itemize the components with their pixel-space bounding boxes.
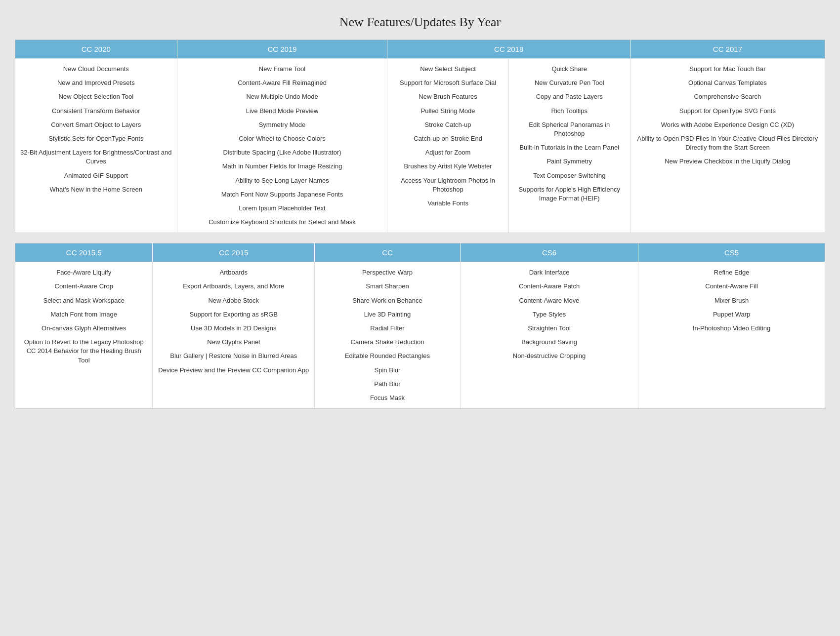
list-item: On-canvas Glyph Alternatives xyxy=(20,324,147,333)
top-header-cc2018: CC 2018 xyxy=(387,40,630,58)
list-item: Smart Sharpen xyxy=(320,282,455,291)
list-item: Stroke Catch-up xyxy=(391,120,504,129)
list-item: Radial Filter xyxy=(320,324,455,333)
top-table-data-row: New Cloud DocumentsNew and Improved Pres… xyxy=(15,58,825,233)
list-item: Access Your Lightroom Photos in Photosho… xyxy=(391,176,504,194)
list-item: Perspective Warp xyxy=(320,268,455,277)
list-item: Background Saving xyxy=(465,338,633,347)
list-item: New Frame Tool xyxy=(182,65,382,74)
bot-table-data-row: Face-Aware LiquifyContent-Aware CropSele… xyxy=(15,262,825,408)
top-cell-cc2019: New Frame ToolContent-Aware Fill Reimagi… xyxy=(177,59,388,233)
cc2018-right: Quick ShareNew Curvature Pen ToolCopy an… xyxy=(509,59,630,233)
list-item: Customize Keyboard Shortcuts for Select … xyxy=(182,218,382,227)
list-item: Support for Mac Touch Bar xyxy=(635,65,820,74)
list-item: 32-Bit Adjustment Layers for Brightness/… xyxy=(20,148,172,166)
list-item: Dark Interface xyxy=(465,268,633,277)
list-item: Consistent Transform Behavior xyxy=(20,107,172,116)
list-item: New Select Subject xyxy=(391,65,504,74)
list-item: Copy and Paste Layers xyxy=(513,92,626,101)
list-item: Optional Canvas Templates xyxy=(635,79,820,87)
list-item: Path Blur xyxy=(320,380,455,389)
list-item: Device Preview and the Preview CC Compan… xyxy=(158,366,309,375)
list-item: Catch-up on Stroke End xyxy=(391,134,504,143)
list-item: Content-Aware Move xyxy=(465,296,633,305)
list-item: Refine Edge xyxy=(643,268,820,277)
list-item: Animated GIF Support xyxy=(20,171,172,180)
top-table: CC 2020 CC 2019 CC 2018 CC 2017 New Clou… xyxy=(15,40,825,233)
list-item: Symmetry Mode xyxy=(182,120,382,129)
list-item: Math in Number Fields for Image Resizing xyxy=(182,162,382,171)
list-item: Edit Spherical Panoramas in Photoshop xyxy=(513,120,626,138)
bot-header-cs6: CS6 xyxy=(461,243,638,262)
list-item: Works with Adobe Experience Design CC (X… xyxy=(635,120,820,129)
list-item: Blur Gallery | Restore Noise in Blurred … xyxy=(158,352,309,360)
list-item: New and Improved Presets xyxy=(20,79,172,87)
list-item: In-Photoshop Video Editing xyxy=(643,324,820,333)
list-item: Live Blend Mode Preview xyxy=(182,107,382,116)
bot-cell-cc: Perspective WarpSmart SharpenShare Work … xyxy=(315,262,461,408)
list-item: Content-Aware Fill Reimagined xyxy=(182,79,382,87)
list-item: Spin Blur xyxy=(320,366,455,375)
list-item: Support for Exporting as sRGB xyxy=(158,310,309,319)
list-item: Face-Aware Liquify xyxy=(20,268,147,277)
list-item: Pulled String Mode xyxy=(391,107,504,116)
list-item: Mixer Brush xyxy=(643,296,820,305)
list-item: What's New in the Home Screen xyxy=(20,185,172,194)
list-item: Content-Aware Fill xyxy=(643,282,820,291)
top-header-cc2019: CC 2019 xyxy=(177,40,388,58)
bot-header-cc2015: CC 2015 xyxy=(153,243,315,262)
page-title: New Features/Updates By Year xyxy=(15,15,825,30)
list-item: Content-Aware Patch xyxy=(465,282,633,291)
list-item: Match Font Now Supports Japanese Fonts xyxy=(182,190,382,199)
list-item: New Cloud Documents xyxy=(20,65,172,74)
list-item: Stylistic Sets for OpenType Fonts xyxy=(20,134,172,143)
list-item: Straighten Tool xyxy=(465,324,633,333)
list-item: Artboards xyxy=(158,268,309,277)
list-item: Rich Tooltips xyxy=(513,107,626,116)
list-item: New Curvature Pen Tool xyxy=(513,79,626,87)
list-item: Content-Aware Crop xyxy=(20,282,147,291)
bot-cell-cc2015: ArtboardsExport Artboards, Layers, and M… xyxy=(153,262,315,408)
list-item: New Brush Features xyxy=(391,92,504,101)
list-item: Lorem Ipsum Placeholder Text xyxy=(182,204,382,213)
top-header-cc2020: CC 2020 xyxy=(15,40,177,58)
list-item: Camera Shake Reduction xyxy=(320,338,455,347)
list-item: Type Styles xyxy=(465,310,633,319)
list-item: New Object Selection Tool xyxy=(20,92,172,101)
list-item: Ability to Open PSD Files in Your Creati… xyxy=(635,134,820,152)
list-item: Support for OpenType SVG Fonts xyxy=(635,107,820,116)
list-item: Puppet Warp xyxy=(643,310,820,319)
list-item: Non-destructive Cropping xyxy=(465,352,633,360)
top-cell-cc2017: Support for Mac Touch BarOptional Canvas… xyxy=(630,59,825,233)
list-item: Paint Symmetry xyxy=(513,157,626,166)
bot-header-cc: CC xyxy=(315,243,461,262)
bot-table-header-row: CC 2015.5 CC 2015 CC CS6 CS5 xyxy=(15,243,825,262)
list-item: New Preview Checkbox in the Liquify Dial… xyxy=(635,157,820,166)
list-item: Convert Smart Object to Layers xyxy=(20,120,172,129)
list-item: Export Artboards, Layers, and More xyxy=(158,282,309,291)
top-table-header-row: CC 2020 CC 2019 CC 2018 CC 2017 xyxy=(15,40,825,58)
cc2018-split: New Select SubjectSupport for Microsoft … xyxy=(387,59,630,233)
list-item: Editable Rounded Rectangles xyxy=(320,352,455,360)
list-item: Option to Revert to the Legacy Photoshop… xyxy=(20,338,147,365)
list-item: Focus Mask xyxy=(320,394,455,402)
list-item: Live 3D Painting xyxy=(320,310,455,319)
list-item: Distribute Spacing (Like Adobe Illustrat… xyxy=(182,148,382,157)
list-item: New Multiple Undo Mode xyxy=(182,92,382,101)
list-item: Built-in Tutorials in the Learn Panel xyxy=(513,143,626,152)
list-item: Ability to See Long Layer Names xyxy=(182,176,382,185)
cc2018-left: New Select SubjectSupport for Microsoft … xyxy=(387,59,508,233)
list-item: Brushes by Artist Kyle Webster xyxy=(391,162,504,171)
list-item: Select and Mask Workspace xyxy=(20,296,147,305)
list-item: Share Work on Behance xyxy=(320,296,455,305)
list-item: Match Font from Image xyxy=(20,310,147,319)
bot-header-cs5: CS5 xyxy=(638,243,825,262)
list-item: Quick Share xyxy=(513,65,626,74)
top-cell-cc2020: New Cloud DocumentsNew and Improved Pres… xyxy=(15,59,177,233)
top-cell-cc2018: New Select SubjectSupport for Microsoft … xyxy=(387,59,630,233)
bot-table: CC 2015.5 CC 2015 CC CS6 CS5 Face-Aware … xyxy=(15,243,825,409)
list-item: Support for Microsoft Surface Dial xyxy=(391,79,504,87)
bot-cell-cc2015_5: Face-Aware LiquifyContent-Aware CropSele… xyxy=(15,262,153,408)
list-item: New Glyphs Panel xyxy=(158,338,309,347)
list-item: Use 3D Models in 2D Designs xyxy=(158,324,309,333)
